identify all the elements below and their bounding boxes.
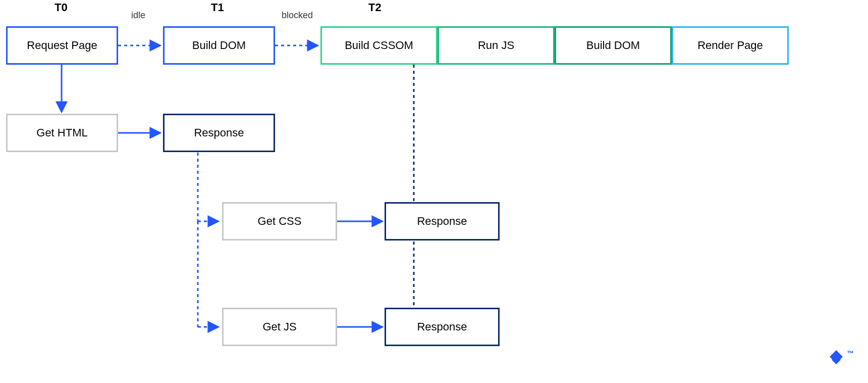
diagram-stage: T0 T1 T2 idle blocked Request Page Build… xyxy=(0,0,868,383)
brand-tm: ™ xyxy=(847,349,854,357)
box-label: Response xyxy=(194,126,244,139)
box-label: Build CSSOM xyxy=(345,39,413,52)
box-render-page: Render Page xyxy=(672,26,789,65)
box-label: Run JS xyxy=(478,39,514,52)
box-label: Request Page xyxy=(27,39,97,52)
edge-label-idle: idle xyxy=(131,10,145,21)
box-label: Get CSS xyxy=(258,215,302,228)
box-response-js: Response xyxy=(385,308,500,346)
box-label: Get HTML xyxy=(36,126,87,139)
box-build-cssom: Build CSSOM xyxy=(320,26,438,65)
time-marker-t2: T2 xyxy=(368,1,382,14)
brand-icon xyxy=(828,363,847,371)
brand-mark: ™ xyxy=(828,349,854,371)
time-marker-t1: T1 xyxy=(211,1,224,14)
box-label: Render Page xyxy=(697,39,763,52)
box-response-html: Response xyxy=(163,114,275,152)
box-request-page: Request Page xyxy=(6,26,118,65)
box-label: Response xyxy=(417,320,467,333)
box-get-js: Get JS xyxy=(222,308,337,346)
box-label: Build DOM xyxy=(586,39,640,52)
box-run-js: Run JS xyxy=(438,26,555,65)
edge-label-blocked: blocked xyxy=(282,10,313,21)
box-label: Build DOM xyxy=(192,39,246,52)
box-build-dom-1: Build DOM xyxy=(163,26,275,65)
time-marker-t0: T0 xyxy=(55,1,68,14)
box-response-css: Response xyxy=(385,202,500,241)
box-label: Response xyxy=(417,215,467,228)
box-build-dom-2: Build DOM xyxy=(555,26,672,65)
box-get-css: Get CSS xyxy=(222,202,337,241)
box-label: Get JS xyxy=(262,320,296,333)
box-get-html: Get HTML xyxy=(6,114,118,152)
